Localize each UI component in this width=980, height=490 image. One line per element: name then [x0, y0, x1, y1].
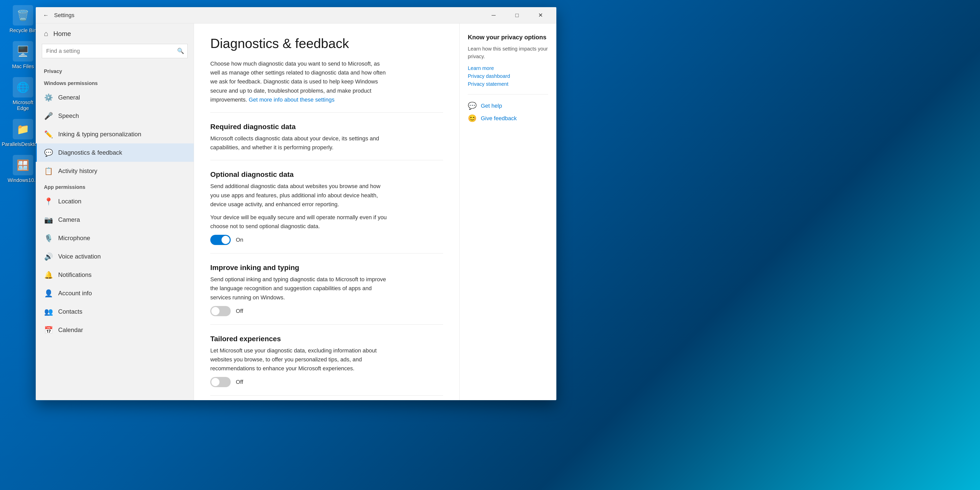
- desktop-icon-parallels[interactable]: 📁 ParallelsDesktop...: [8, 119, 38, 147]
- sidebar-icon-location: 📍: [44, 197, 53, 206]
- page-title: Diagnostics & feedback: [210, 36, 443, 51]
- desktop-icon-img-edge: 🌐: [13, 77, 33, 97]
- section-title-required-diagnostic-data: Required diagnostic data: [210, 123, 443, 131]
- maximize-button[interactable]: □: [505, 7, 529, 24]
- section-desc-optional-diagnostic-data: Send additional diagnostic data about we…: [210, 182, 389, 209]
- sidebar-label-contacts: Contacts: [58, 308, 83, 315]
- intro-link[interactable]: Get more info about these settings: [248, 97, 334, 103]
- sidebar-icon-voice-activation: 🔊: [44, 252, 53, 261]
- right-link-learn-more[interactable]: Learn more: [468, 65, 548, 71]
- sidebar-icon-speech: 🎤: [44, 111, 53, 121]
- privacy-heading: Privacy: [36, 64, 194, 76]
- sidebar-label-account-info: Account info: [58, 290, 92, 297]
- main-content: Diagnostics & feedback Choose how much d…: [194, 24, 460, 400]
- main-sections: Required diagnostic dataMicrosoft collec…: [210, 112, 443, 400]
- sidebar-item-contacts[interactable]: 👥 Contacts: [36, 302, 194, 321]
- window-body: ⌂ Home 🔍 Privacy Windows permissions ⚙️ …: [36, 24, 556, 400]
- toggle-tailored-experiences[interactable]: [210, 377, 231, 387]
- right-link-privacy-dashboard[interactable]: Privacy dashboard: [468, 73, 548, 79]
- minimize-button[interactable]: ─: [482, 7, 505, 24]
- sidebar-sections: Windows permissions ⚙️ General 🎤 Speech …: [36, 76, 194, 339]
- section-title-tailored-experiences: Tailored experiences: [210, 335, 443, 343]
- section-title-improve-inking-typing: Improve inking and typing: [210, 264, 443, 272]
- sidebar-item-notifications[interactable]: 🔔 Notifications: [36, 266, 194, 284]
- search-button[interactable]: 🔍: [174, 45, 186, 57]
- right-link-privacy-statement[interactable]: Privacy statement: [468, 81, 548, 87]
- search-input[interactable]: [42, 44, 188, 58]
- privacy-options-title: Know your privacy options: [468, 34, 548, 41]
- sidebar-icon-microphone: 🎙️: [44, 234, 53, 243]
- sidebar-item-account-info[interactable]: 👤 Account info: [36, 284, 194, 302]
- sidebar: ⌂ Home 🔍 Privacy Windows permissions ⚙️ …: [36, 24, 194, 400]
- section-label-windows-permissions: Windows permissions: [36, 76, 194, 88]
- sidebar-icon-notifications: 🔔: [44, 270, 53, 280]
- right-panel-support: 💬 Get help 😊 Give feedback: [468, 102, 548, 123]
- sidebar-item-location[interactable]: 📍 Location: [36, 192, 194, 210]
- sidebar-label-speech: Speech: [58, 112, 79, 119]
- desktop-icon-label-edge: Microsoft Edge: [8, 100, 38, 111]
- sidebar-icon-general: ⚙️: [44, 93, 53, 102]
- support-icon-get-help: 💬: [468, 102, 477, 110]
- sidebar-label-voice-activation: Voice activation: [58, 253, 101, 260]
- sidebar-item-speech[interactable]: 🎤 Speech: [36, 107, 194, 125]
- desktop-icon-edge[interactable]: 🌐 Microsoft Edge: [8, 77, 38, 111]
- sidebar-item-general[interactable]: ⚙️ General: [36, 88, 194, 107]
- toggle-optional-diagnostic-data[interactable]: [210, 235, 231, 245]
- sidebar-item-camera[interactable]: 📷 Camera: [36, 210, 194, 229]
- toggle-row-tailored-experiences: Off: [210, 377, 443, 387]
- close-button[interactable]: ✕: [529, 7, 552, 24]
- sidebar-icon-calendar: 📅: [44, 325, 53, 334]
- support-item-get-help[interactable]: 💬 Get help: [468, 102, 548, 110]
- desktop: 🗑️ Recycle Bin 🖥️ Mac Files 🌐 Microsoft …: [0, 0, 980, 490]
- desktop-icon-windows10[interactable]: 🪟 Windows10...: [8, 155, 38, 183]
- support-link-get-help[interactable]: Get help: [481, 103, 502, 109]
- section-title-optional-diagnostic-data: Optional diagnostic data: [210, 170, 443, 179]
- settings-window: ← Settings ─ □ ✕ ⌂ Home 🔍: [36, 7, 556, 400]
- privacy-options-desc: Learn how this setting impacts your priv…: [468, 45, 548, 60]
- sidebar-icon-diagnostics-feedback: 💬: [44, 148, 53, 157]
- sidebar-icon-activity-history: 📋: [44, 166, 53, 176]
- support-item-give-feedback[interactable]: 😊 Give feedback: [468, 114, 548, 123]
- divider-4: [210, 395, 443, 396]
- desktop-icon-recycle-bin[interactable]: 🗑️ Recycle Bin: [8, 5, 38, 33]
- desktop-icon-img-parallels: 📁: [13, 119, 33, 139]
- desktop-icon-label-windows10: Windows10...: [8, 177, 38, 183]
- desktop-icon-img-windows10: 🪟: [13, 155, 33, 175]
- section-view-diagnostic-data: View diagnostic dataTurn on this setting…: [210, 395, 443, 400]
- back-button[interactable]: ←: [40, 9, 52, 21]
- sidebar-item-diagnostics-feedback[interactable]: 💬 Diagnostics & feedback: [36, 143, 194, 162]
- sidebar-item-voice-activation[interactable]: 🔊 Voice activation: [36, 247, 194, 266]
- toggle-improve-inking-typing[interactable]: [210, 306, 231, 316]
- sidebar-item-microphone[interactable]: 🎙️ Microphone: [36, 229, 194, 247]
- divider-0: [210, 112, 443, 113]
- search-box: 🔍: [42, 44, 188, 58]
- sidebar-label-general: General: [58, 94, 80, 101]
- section-label-app-permissions: App permissions: [36, 180, 194, 192]
- desktop-icon-mac-files[interactable]: 🖥️ Mac Files: [8, 41, 38, 69]
- right-panel-links: Learn morePrivacy dashboardPrivacy state…: [468, 65, 548, 87]
- intro-text: Choose how much diagnostic data you want…: [210, 59, 389, 104]
- sidebar-icon-camera: 📷: [44, 215, 53, 224]
- sidebar-home-label: Home: [53, 30, 71, 38]
- section-optional-diagnostic-data: Optional diagnostic dataSend additional …: [210, 160, 443, 245]
- sidebar-icon-account-info: 👤: [44, 289, 53, 298]
- divider-2: [210, 253, 443, 253]
- toggle-row-optional-diagnostic-data: On: [210, 235, 443, 245]
- toggle-label-improve-inking-typing: Off: [236, 308, 243, 314]
- sidebar-icon-inking-typing: ✏️: [44, 130, 53, 139]
- sidebar-home-item[interactable]: ⌂ Home: [36, 24, 194, 44]
- sidebar-item-calendar[interactable]: 📅 Calendar: [36, 321, 194, 339]
- sidebar-label-location: Location: [58, 198, 81, 205]
- section-tailored-experiences: Tailored experiencesLet Microsoft use yo…: [210, 325, 443, 387]
- desktop-icon-img-recycle-bin: 🗑️: [13, 5, 33, 25]
- sidebar-icon-contacts: 👥: [44, 307, 53, 316]
- section-desc-tailored-experiences: Let Microsoft use your diagnostic data, …: [210, 346, 389, 373]
- sidebar-item-inking-typing[interactable]: ✏️ Inking & typing personalization: [36, 125, 194, 143]
- sidebar-label-calendar: Calendar: [58, 326, 83, 334]
- toggle-label-optional-diagnostic-data: On: [236, 237, 243, 243]
- desktop-icon-img-mac-files: 🖥️: [13, 41, 33, 62]
- sidebar-item-activity-history[interactable]: 📋 Activity history: [36, 162, 194, 180]
- window-controls: ─ □ ✕: [482, 7, 552, 24]
- support-link-give-feedback[interactable]: Give feedback: [481, 115, 517, 122]
- title-bar: ← Settings ─ □ ✕: [36, 7, 556, 24]
